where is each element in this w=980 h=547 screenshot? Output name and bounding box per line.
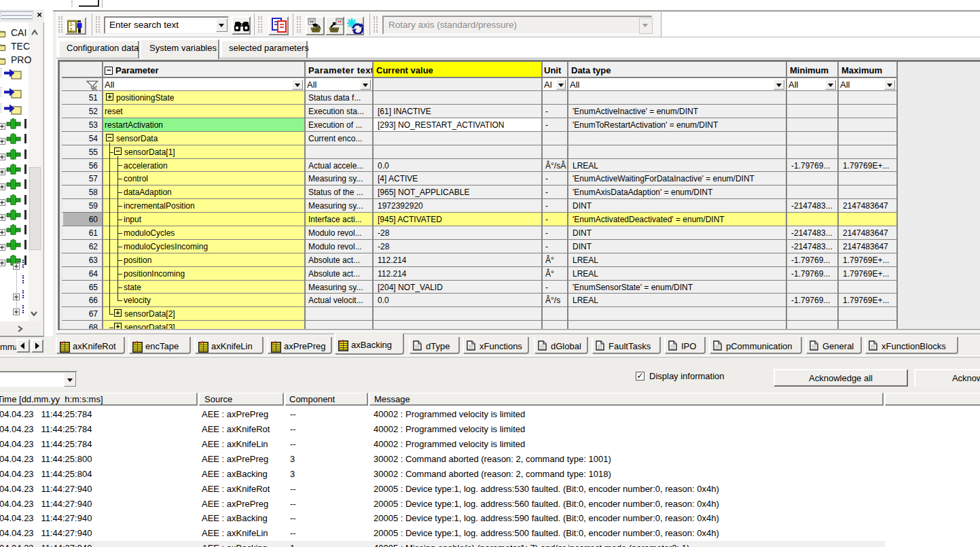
svg-text:1-: 1- <box>70 22 75 27</box>
svg-text:2-: 2- <box>70 27 75 32</box>
